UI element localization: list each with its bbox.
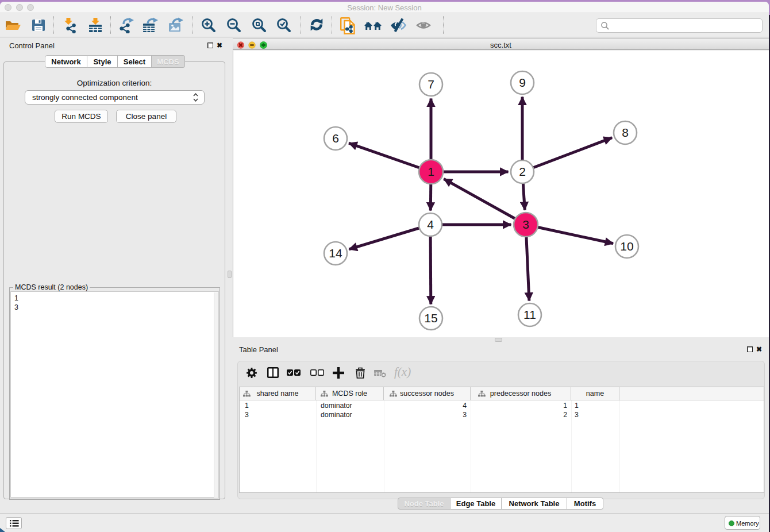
svg-text:3: 3 bbox=[522, 218, 529, 231]
svg-text:8: 8 bbox=[622, 126, 629, 139]
svg-text:7: 7 bbox=[428, 78, 434, 91]
svg-text:2: 2 bbox=[519, 165, 526, 178]
svg-text:14: 14 bbox=[329, 246, 342, 260]
svg-text:6: 6 bbox=[332, 132, 339, 145]
svg-text:15: 15 bbox=[424, 311, 437, 325]
svg-text:9: 9 bbox=[519, 76, 526, 89]
svg-text:1: 1 bbox=[428, 165, 434, 178]
svg-text:11: 11 bbox=[523, 308, 536, 321]
svg-text:10: 10 bbox=[620, 240, 633, 253]
svg-text:4: 4 bbox=[427, 218, 434, 231]
